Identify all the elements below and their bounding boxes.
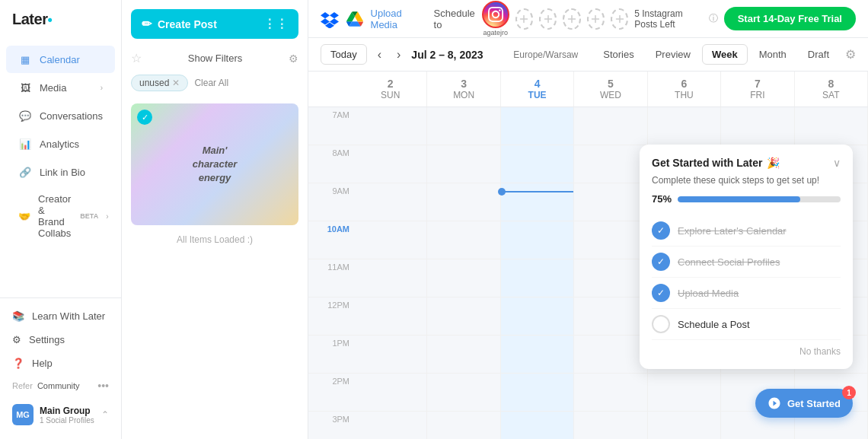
- help-item[interactable]: ❓ Help: [0, 352, 121, 375]
- cell-wed-14[interactable]: [574, 374, 646, 412]
- cell-sun-14[interactable]: [354, 374, 426, 412]
- onboarding-header: Get Started with Later 🎉 ∨: [652, 157, 841, 169]
- sidebar-item-analytics[interactable]: 📊 Analytics: [6, 130, 115, 157]
- cell-mon-9[interactable]: [427, 183, 499, 221]
- dots-menu-icon[interactable]: •••: [97, 380, 109, 392]
- cell-tue-10[interactable]: [501, 221, 573, 259]
- cell-mon-12[interactable]: [427, 297, 499, 336]
- cell-wed-11[interactable]: [574, 259, 646, 297]
- create-post-left: ✏ Create Post: [142, 17, 217, 31]
- cell-mon-7[interactable]: [427, 107, 499, 145]
- add-social-5-icon[interactable]: [611, 8, 628, 30]
- calendar-settings-icon[interactable]: ⚙: [845, 47, 856, 62]
- gdrive-icon[interactable]: [346, 8, 365, 30]
- time-2pm: 2PM: [308, 374, 354, 412]
- dropbox-icon[interactable]: [321, 8, 340, 30]
- cell-wed-9[interactable]: [574, 183, 646, 221]
- cell-sun-15[interactable]: [354, 412, 426, 439]
- add-social-2-icon[interactable]: [539, 8, 557, 30]
- cell-sat-7[interactable]: [795, 107, 867, 145]
- cell-tue-15[interactable]: [501, 412, 573, 439]
- cell-wed-13[interactable]: [574, 336, 646, 374]
- cell-sun-8[interactable]: [354, 145, 426, 183]
- cell-wed-15[interactable]: [574, 412, 646, 439]
- cell-mon-14[interactable]: [427, 374, 499, 412]
- cell-mon-15[interactable]: [427, 412, 499, 439]
- filter-settings-icon[interactable]: ⚙: [289, 52, 298, 65]
- schedule-to-label: Schedule to: [434, 8, 476, 30]
- info-icon[interactable]: ⓘ: [709, 12, 718, 25]
- checklist-label-0: Explore Later's Calendar: [678, 225, 787, 237]
- sidebar-item-media[interactable]: 🖼 Media ›: [6, 74, 115, 101]
- media-card[interactable]: Main'characterenergy ✓: [131, 103, 298, 225]
- cell-sun-12[interactable]: [354, 297, 426, 336]
- sidebar-item-linkinbio[interactable]: 🔗 Link in Bio: [6, 158, 115, 186]
- cell-tue-9[interactable]: [501, 183, 573, 221]
- onboarding-title-text: Get Started with Later: [652, 157, 762, 169]
- trial-button[interactable]: Start 14-Day Free Trial: [724, 7, 856, 30]
- help-icon: ❓: [12, 358, 24, 369]
- add-social-4-icon[interactable]: [587, 8, 605, 30]
- create-post-button[interactable]: ✏ Create Post ⋮⋮: [131, 9, 298, 39]
- cell-fri-7[interactable]: [721, 107, 793, 145]
- prev-week-button[interactable]: ‹: [373, 45, 386, 65]
- cell-thu-14[interactable]: [648, 374, 720, 412]
- community-link[interactable]: Community: [37, 381, 97, 390]
- creator-icon: 🤝: [18, 209, 30, 223]
- cell-sun-9[interactable]: [354, 183, 426, 221]
- cell-mon-10[interactable]: [427, 221, 499, 259]
- media-img-text: Main'characterenergy: [185, 136, 245, 193]
- show-filters-button[interactable]: Show Filters: [142, 52, 289, 64]
- refer-row: Refer Community •••: [0, 375, 121, 396]
- cell-tue-13[interactable]: [501, 336, 573, 374]
- cell-tue-11[interactable]: [501, 259, 573, 297]
- settings-item[interactable]: ⚙ Settings: [0, 328, 121, 352]
- star-icon[interactable]: ☆: [131, 51, 142, 65]
- cell-tue-8[interactable]: [501, 145, 573, 183]
- workspace-row[interactable]: MG Main Group 1 Social Profiles ⌃: [0, 396, 121, 433]
- cell-sun-13[interactable]: [354, 336, 426, 374]
- tab-week[interactable]: Week: [702, 44, 748, 65]
- day-header-fri: 7FRI: [721, 72, 794, 107]
- cell-tue-14[interactable]: [501, 374, 573, 412]
- cell-wed-10[interactable]: [574, 221, 646, 259]
- sidebar-item-calendar[interactable]: ▦ Calendar: [6, 46, 115, 73]
- get-started-fab[interactable]: Get Started 1: [755, 389, 853, 418]
- tab-stories[interactable]: Stories: [593, 44, 643, 65]
- cell-wed-7[interactable]: [574, 107, 646, 145]
- refer-label: Refer: [12, 381, 33, 390]
- instagram-profile[interactable]: agatejro: [482, 1, 509, 37]
- onboarding-subtitle: Complete these quick steps to get set up…: [652, 175, 841, 186]
- sidebar-bottom: 📚 Learn With Later ⚙ Settings ❓ Help Ref…: [0, 297, 121, 439]
- cell-tue-12[interactable]: [501, 297, 573, 336]
- cell-wed-12[interactable]: [574, 297, 646, 336]
- add-social-3-icon[interactable]: [563, 8, 580, 30]
- tab-month[interactable]: Month: [749, 44, 796, 65]
- upload-media-button[interactable]: Upload Media: [371, 8, 425, 30]
- sidebar-item-conversations[interactable]: 💬 Conversations: [6, 102, 115, 129]
- next-week-button[interactable]: ›: [392, 45, 405, 65]
- cell-wed-8[interactable]: [574, 145, 646, 183]
- creator-arrow-icon: ›: [106, 212, 108, 221]
- tab-draft[interactable]: Draft: [798, 44, 839, 65]
- cell-sun-11[interactable]: [354, 259, 426, 297]
- day-col-sun: [354, 107, 427, 439]
- today-button[interactable]: Today: [321, 44, 367, 65]
- add-social-icon[interactable]: [515, 8, 533, 30]
- cell-tue-7[interactable]: [501, 107, 573, 145]
- sidebar-item-creator[interactable]: 🤝 Creator & Brand Collabs BETA ›: [6, 186, 115, 246]
- cell-mon-11[interactable]: [427, 259, 499, 297]
- cell-mon-8[interactable]: [427, 145, 499, 183]
- no-thanks-button[interactable]: No thanks: [652, 346, 841, 357]
- onboarding-close-button[interactable]: ∨: [833, 157, 841, 169]
- cell-thu-7[interactable]: [648, 107, 720, 145]
- tab-preview[interactable]: Preview: [646, 44, 700, 65]
- cell-thu-15[interactable]: [648, 412, 720, 439]
- checklist-item-3[interactable]: Schedule a Post: [652, 309, 841, 340]
- cell-mon-13[interactable]: [427, 336, 499, 374]
- cell-sun-7[interactable]: [354, 107, 426, 145]
- unused-tag-remove-icon[interactable]: ✕: [172, 78, 180, 88]
- learn-item[interactable]: 📚 Learn With Later: [0, 304, 121, 328]
- clear-all-button[interactable]: Clear All: [194, 78, 228, 88]
- cell-sun-10[interactable]: [354, 221, 426, 259]
